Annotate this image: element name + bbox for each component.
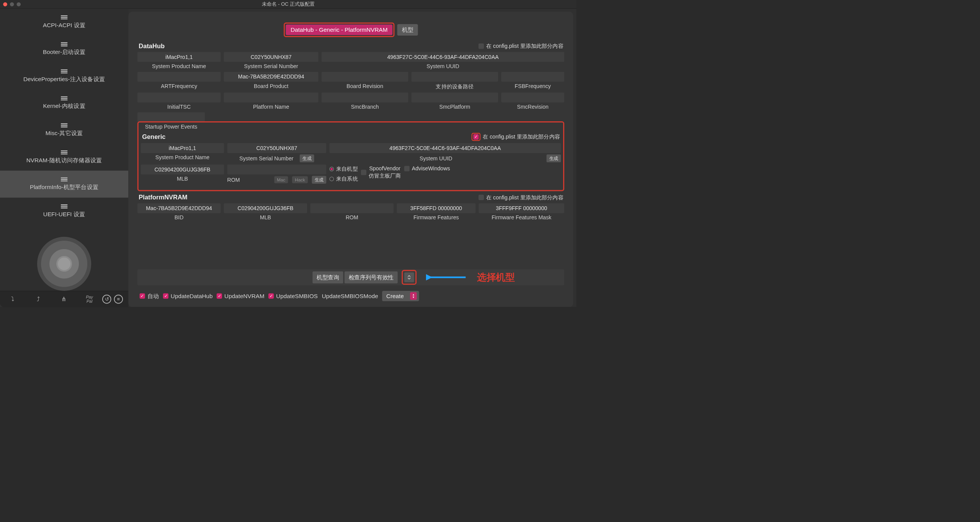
radio-from-model[interactable]: 来自机型 bbox=[330, 165, 358, 173]
sidebar-item-uefi[interactable]: UEFI-UEFI 设置 bbox=[0, 197, 128, 225]
sidebar-item-deviceproperties[interactable]: DeviceProperties-注入设备设置 bbox=[0, 63, 128, 90]
datahub-devpath-field[interactable] bbox=[412, 72, 498, 82]
radio-icon bbox=[330, 177, 334, 181]
close-window-button[interactable] bbox=[3, 2, 7, 7]
field-label: System UUID bbox=[420, 155, 452, 161]
zoom-window-button[interactable] bbox=[17, 2, 21, 7]
sidebar-item-acpi[interactable]: ACPI-ACPI 设置 bbox=[0, 8, 128, 36]
sidebar-item-nvram[interactable]: NVRAM-随机访问存储器设置 bbox=[0, 144, 128, 171]
generic-ssn-field[interactable]: C02Y50UNHX87 bbox=[227, 143, 326, 153]
checkbox-icon: ✓ bbox=[217, 293, 222, 299]
opt-auto-checkbox[interactable]: ✓自动 bbox=[140, 292, 159, 300]
datahub-smcplatform-field[interactable] bbox=[412, 93, 498, 103]
opt-updatesmbios-checkbox[interactable]: ✓UpdateSMBIOS bbox=[268, 292, 318, 299]
checkbox-icon: ✓ bbox=[163, 293, 168, 299]
datahub-smcbranch-field[interactable] bbox=[322, 93, 408, 103]
generic-add-checkbox[interactable]: ✓ 在 config.plist 里添加此部分内容 bbox=[472, 133, 560, 141]
field-label: FSBFrequency bbox=[515, 83, 551, 89]
list-icon bbox=[61, 123, 68, 128]
model-query-button[interactable]: 机型查询 bbox=[312, 271, 343, 283]
field-label: MLB bbox=[177, 176, 188, 182]
field-label: System Serial Number bbox=[239, 155, 293, 161]
check-serial-button[interactable]: 检查序列号有效性 bbox=[345, 271, 398, 283]
datahub-add-checkbox[interactable]: 在 config.plist 里添加此部分内容 bbox=[479, 42, 564, 50]
minimize-window-button[interactable] bbox=[10, 2, 14, 7]
sidebar-item-label: UEFI-UEFI 设置 bbox=[43, 210, 85, 218]
sidebar-item-booter[interactable]: Booter-启动设置 bbox=[0, 36, 128, 63]
export-icon[interactable]: ⤴ bbox=[26, 291, 51, 307]
nvram-add-checkbox[interactable]: 在 config.plist 里添加此部分内容 bbox=[479, 194, 564, 201]
rom-mac-button[interactable]: Mac bbox=[274, 176, 288, 183]
model-select-dropdown[interactable] bbox=[404, 272, 414, 282]
field-label: Platform Name bbox=[253, 104, 289, 110]
field-label: ARTFrequency bbox=[161, 83, 197, 89]
datahub-boardproduct-field[interactable]: Mac-7BA5B2D9E42DDD94 bbox=[224, 72, 318, 82]
generic-rom-field[interactable] bbox=[227, 165, 326, 175]
datahub-smcrevision-field[interactable] bbox=[501, 93, 564, 103]
tab-datahub-generic-nvram[interactable]: DataHub - Generic - PlatformNVRAM bbox=[286, 24, 392, 35]
radio-from-system[interactable]: 来自系统 bbox=[330, 175, 358, 183]
sidebar-item-misc[interactable]: Misc-其它设置 bbox=[0, 117, 128, 144]
nvram-fwfeaturesmask-field[interactable]: 3FFF9FFF 00000000 bbox=[479, 203, 565, 213]
nvram-bid-field[interactable]: Mac-7BA5B2D9E42DDD94 bbox=[137, 203, 221, 213]
rom-hack-button[interactable]: Hack bbox=[292, 176, 308, 183]
datahub-spn-field[interactable]: iMacPro1,1 bbox=[137, 52, 221, 62]
section-title-generic: Generic bbox=[142, 133, 165, 140]
datahub-fsbfreq-field[interactable] bbox=[501, 72, 564, 82]
checkbox-icon bbox=[479, 44, 484, 49]
section-title-platformnvram: PlatformNVRAM bbox=[139, 194, 187, 201]
generic-mlb-field[interactable]: C02904200GUJG36FB bbox=[141, 165, 224, 175]
datahub-initialtsc-field[interactable] bbox=[137, 93, 221, 103]
generate-uuid-button[interactable]: 生成 bbox=[547, 155, 561, 163]
list-icon bbox=[61, 177, 68, 182]
generate-ssn-button[interactable]: 生成 bbox=[300, 155, 314, 163]
generic-uuid-field[interactable]: 4963F27C-5C0E-44C6-93AF-44DFA204C0AA bbox=[330, 143, 561, 153]
datahub-uuid-field[interactable]: 4963F27C-5C0E-44C6-93AF-44DFA204C0AA bbox=[322, 52, 564, 62]
sidebar-item-label: DeviceProperties-注入设备设置 bbox=[23, 75, 105, 83]
list-icon bbox=[61, 42, 68, 47]
sidebar-item-label: Kernel-内核设置 bbox=[43, 102, 85, 110]
sidebar: ACPI-ACPI 设置 Booter-启动设置 DevicePropertie… bbox=[0, 8, 128, 307]
model-query-row: 机型查询 检查序列号有效性 选择机型 bbox=[137, 269, 564, 285]
sidebar-item-label: PlatformInfo-机型平台设置 bbox=[30, 183, 98, 191]
sidebar-item-kernel[interactable]: Kernel-内核设置 bbox=[0, 90, 128, 117]
checkbox-icon: ✓ bbox=[474, 134, 479, 140]
datahub-boardrev-field[interactable] bbox=[322, 72, 408, 82]
list-icon bbox=[61, 204, 68, 209]
tab-model[interactable]: 机型 bbox=[397, 24, 418, 36]
updatesmbiosmode-select[interactable]: Create ▲▼ bbox=[382, 291, 419, 301]
jog-dial[interactable] bbox=[37, 237, 91, 291]
nvram-mlb-field[interactable]: C02904200GUJG36FB bbox=[224, 203, 307, 213]
footer-options-row: ✓自动 ✓UpdateDataHub ✓UpdateNVRAM ✓UpdateS… bbox=[137, 291, 564, 301]
share-icon[interactable]: ⋔ bbox=[51, 291, 77, 307]
opt-updatedatahub-checkbox[interactable]: ✓UpdateDataHub bbox=[163, 292, 213, 299]
field-label: MLB bbox=[260, 215, 271, 221]
nvram-fwfeatures-field[interactable]: 3FF58FFD 00000000 bbox=[397, 203, 475, 213]
undo-button[interactable]: ↺ bbox=[102, 295, 111, 304]
spoofvendor-checkbox[interactable]: SpoofVendor仿冒主板厂商 bbox=[361, 165, 401, 179]
generic-highlight-box: Generic ✓ 在 config.plist 里添加此部分内容 iMacPr… bbox=[137, 121, 564, 191]
tabs-highlight: DataHub - Generic - PlatformNVRAM bbox=[284, 23, 395, 37]
rom-generate-button[interactable]: 生成 bbox=[312, 176, 327, 184]
nvram-rom-field[interactable] bbox=[310, 203, 394, 213]
menu-button[interactable]: ≡ bbox=[114, 295, 123, 304]
bottombar: ⤵ ⤴ ⋔ PayPal ↺ ≡ bbox=[0, 291, 128, 307]
sidebar-item-platforminfo[interactable]: PlatformInfo-机型平台设置 bbox=[0, 171, 128, 198]
checkbox-icon bbox=[361, 170, 366, 175]
field-label: InitialTSC bbox=[167, 104, 191, 110]
datahub-artfreq-field[interactable] bbox=[137, 72, 221, 82]
datahub-ssn-field[interactable]: C02Y50UNHX87 bbox=[224, 52, 318, 62]
field-label: System UUID bbox=[426, 63, 459, 69]
field-label: BID bbox=[175, 215, 184, 221]
generic-spn-field[interactable]: iMacPro1,1 bbox=[141, 143, 224, 153]
field-label: SmcPlatform bbox=[439, 104, 470, 110]
import-icon[interactable]: ⤵ bbox=[0, 291, 26, 307]
opt-updatenvram-checkbox[interactable]: ✓UpdateNVRAM bbox=[217, 292, 265, 299]
field-label: SmcBranch bbox=[351, 104, 379, 110]
list-icon bbox=[61, 96, 68, 101]
field-label: SmcRevision bbox=[517, 104, 548, 110]
advisewindows-checkbox[interactable]: AdviseWindows bbox=[404, 165, 450, 172]
datahub-platformname-field[interactable] bbox=[224, 93, 318, 103]
datahub-startuppower-field[interactable] bbox=[137, 113, 205, 122]
paypal-icon[interactable]: PayPal bbox=[77, 291, 102, 307]
